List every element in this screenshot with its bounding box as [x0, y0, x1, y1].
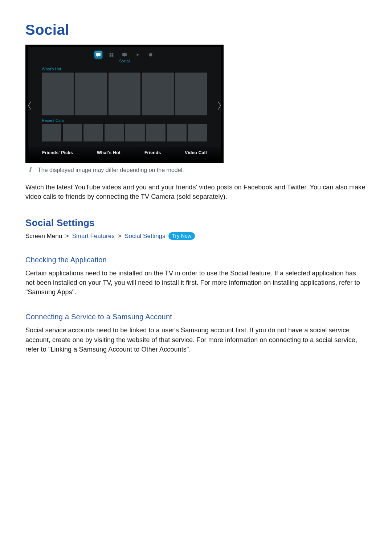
section-label-recent-calls: Recent Calls: [42, 118, 215, 123]
tv-bottom-nav: Friends' Picks What's Hot Friends Video …: [28, 147, 221, 160]
connecting-text: Social service accounts need to be linke…: [25, 325, 367, 354]
hub-social-icon: [94, 51, 102, 59]
content-tile[interactable]: [63, 124, 82, 141]
tv-screenshot: Social What's Hot Recent Calls: [25, 45, 224, 163]
content-tile[interactable]: [167, 124, 187, 141]
whats-hot-row: [42, 73, 207, 115]
try-now-button[interactable]: Try Now: [168, 232, 195, 240]
breadcrumb-smart-features: Smart Features: [72, 233, 115, 239]
content-tile[interactable]: [146, 124, 166, 141]
breadcrumb-social-settings: Social Settings: [124, 233, 165, 239]
pencil-icon: [28, 167, 33, 174]
content-tile[interactable]: [42, 73, 74, 115]
chevron-right-icon: >: [64, 233, 70, 239]
hub-tv-icon: [121, 51, 128, 59]
content-tile[interactable]: [125, 124, 145, 141]
nav-whats-hot[interactable]: What's Hot: [97, 150, 121, 155]
content-tile[interactable]: [142, 73, 174, 115]
note-text: The displayed image may differ depending…: [38, 167, 184, 173]
content-tile[interactable]: [75, 73, 107, 115]
subsection-checking-app: Checking the Application: [25, 256, 367, 264]
content-tile[interactable]: [109, 73, 140, 115]
recent-calls-row: [42, 124, 207, 141]
hub-active-label: Social: [28, 59, 221, 65]
hub-video-icon: [134, 51, 142, 59]
breadcrumb-root: Screen Menu: [25, 233, 62, 239]
svg-point-0: [149, 53, 152, 56]
section-social-settings: Social Settings: [25, 217, 367, 229]
hub-icon-strip: [28, 47, 221, 59]
content-tile[interactable]: [42, 124, 61, 141]
subsection-connecting-service: Connecting a Service to a Samsung Accoun…: [25, 313, 367, 321]
next-arrow[interactable]: [215, 99, 223, 112]
nav-friends[interactable]: Friends: [144, 150, 161, 155]
section-label-whats-hot: What's Hot: [42, 67, 215, 71]
page-title: Social: [25, 22, 367, 38]
nav-friends-picks[interactable]: Friends' Picks: [42, 150, 73, 155]
content-tile[interactable]: [83, 124, 103, 141]
content-tile[interactable]: [105, 124, 124, 141]
hub-photos-icon: [147, 51, 155, 59]
prev-arrow[interactable]: [26, 99, 34, 112]
intro-text: Watch the latest YouTube videos and you …: [25, 182, 367, 201]
content-tile[interactable]: [188, 124, 208, 141]
content-tile[interactable]: [175, 73, 207, 115]
nav-video-call[interactable]: Video Call: [185, 150, 207, 155]
checking-text: Certain applications need to be installe…: [25, 268, 367, 297]
breadcrumb: Screen Menu > Smart Features > Social Se…: [25, 232, 367, 240]
chevron-right-icon: >: [116, 233, 123, 239]
hub-apps-icon: [107, 51, 115, 59]
